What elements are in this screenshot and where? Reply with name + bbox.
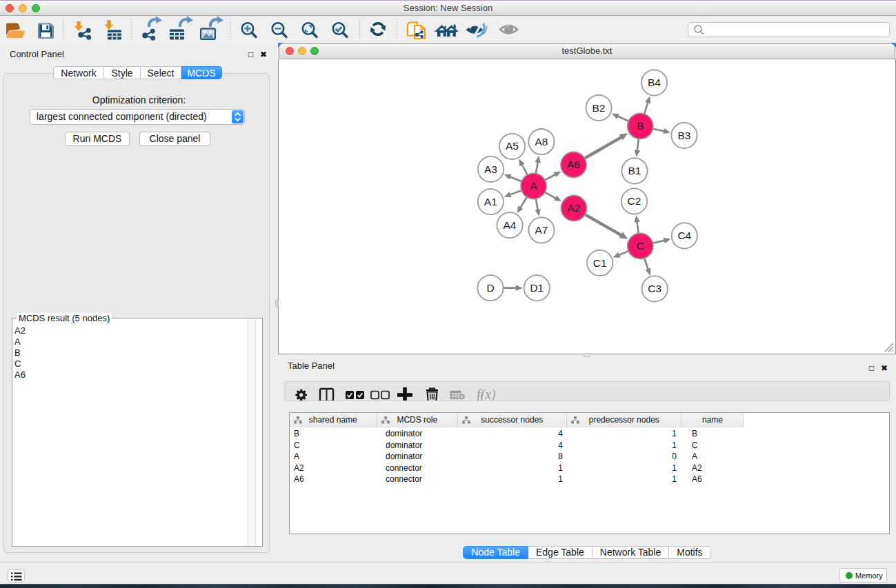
svg-text:A2: A2 bbox=[568, 202, 581, 214]
svg-text:B3: B3 bbox=[678, 130, 691, 141]
svg-text:C4: C4 bbox=[677, 230, 691, 241]
svg-text:B4: B4 bbox=[648, 77, 661, 88]
svg-text:A: A bbox=[530, 180, 537, 192]
svg-text:A1: A1 bbox=[484, 196, 497, 207]
svg-text:C1: C1 bbox=[593, 257, 607, 269]
svg-text:B2: B2 bbox=[593, 102, 606, 114]
svg-text:A6: A6 bbox=[567, 159, 580, 170]
svg-text:B1: B1 bbox=[628, 165, 641, 176]
svg-text:D: D bbox=[486, 282, 494, 294]
svg-text:f(x): f(x) bbox=[477, 387, 496, 401]
svg-text:B: B bbox=[637, 120, 644, 132]
svg-text:A4: A4 bbox=[504, 219, 517, 231]
svg-text:D1: D1 bbox=[530, 282, 544, 294]
svg-text:C3: C3 bbox=[648, 283, 661, 294]
svg-text:C2: C2 bbox=[628, 195, 641, 207]
svg-text:A7: A7 bbox=[535, 224, 548, 236]
svg-text:A3: A3 bbox=[484, 163, 497, 175]
svg-text:A8: A8 bbox=[535, 136, 548, 148]
svg-text:C: C bbox=[637, 240, 644, 252]
svg-text:A5: A5 bbox=[506, 140, 519, 152]
